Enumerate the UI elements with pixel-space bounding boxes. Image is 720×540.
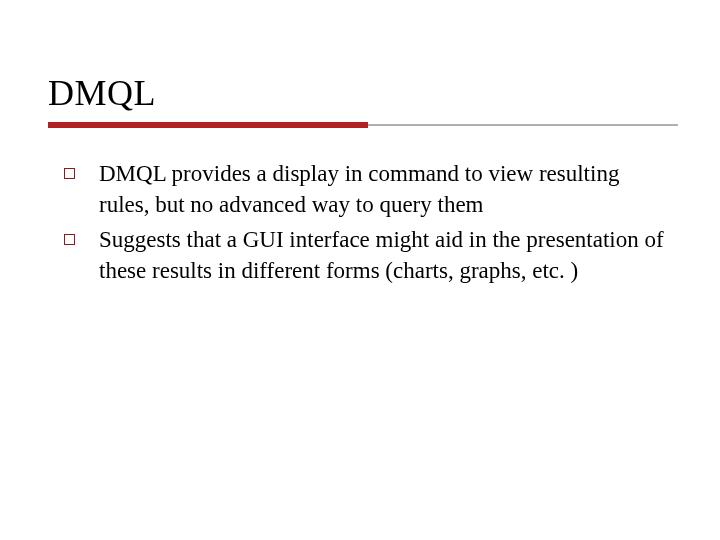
title-underline bbox=[48, 122, 672, 130]
bullet-text: Suggests that a GUI interface might aid … bbox=[99, 224, 672, 286]
underline-red-bar bbox=[48, 122, 368, 128]
bullet-text: DMQL provides a display in command to vi… bbox=[99, 158, 672, 220]
slide-container: DMQL DMQL provides a display in command … bbox=[0, 0, 720, 540]
square-bullet-icon bbox=[64, 168, 75, 179]
square-bullet-icon bbox=[64, 234, 75, 245]
underline-gray-bar bbox=[368, 124, 678, 126]
list-item: Suggests that a GUI interface might aid … bbox=[64, 224, 672, 286]
bullet-list: DMQL provides a display in command to vi… bbox=[48, 158, 672, 286]
slide-title: DMQL bbox=[48, 72, 672, 114]
list-item: DMQL provides a display in command to vi… bbox=[64, 158, 672, 220]
